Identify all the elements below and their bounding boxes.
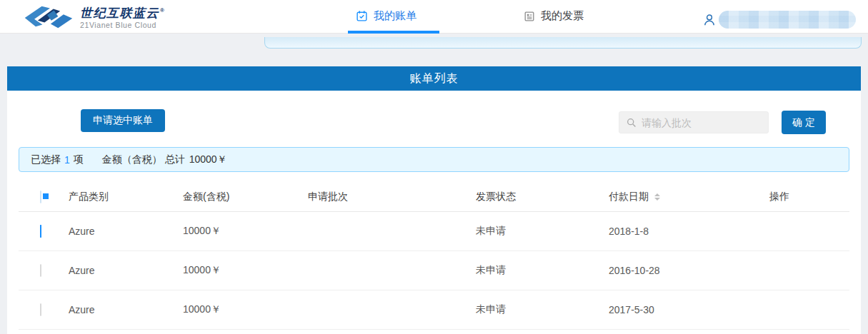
person-icon (703, 14, 716, 26)
bills-table: 产品类别 金额(含税) 申请批次 发票状态 付款日期 操作 Azure 1000… (19, 182, 849, 330)
tab-my-bills[interactable]: 我的账单 (356, 9, 416, 23)
cell-date: 2017-5-30 (594, 304, 755, 315)
row-checkbox[interactable] (40, 264, 41, 277)
col-header-date: 付款日期 (594, 191, 755, 203)
tab-my-invoices[interactable]: 我的发票 (524, 9, 584, 23)
truncated-notice-panel (264, 37, 862, 49)
col-header-product: 产品类别 (54, 191, 169, 203)
page-title: 账单列表 (410, 71, 459, 86)
bill-calendar-icon (356, 10, 368, 22)
cell-product: Azure (54, 265, 169, 276)
summary-unit: 项 (74, 153, 84, 166)
logo-text: 世纪互联蓝云® 21Vianet Blue Cloud (80, 4, 165, 29)
col-header-status: 发票状态 (462, 191, 594, 203)
section-title-bar: 账单列表 (7, 66, 861, 91)
cell-amount: 10000￥ (169, 225, 294, 238)
invoice-icon (524, 11, 535, 22)
logo-mark-icon (21, 3, 76, 30)
logo-en-text: 21Vianet Blue Cloud (80, 21, 165, 29)
company-logo: 世纪互联蓝云® 21Vianet Blue Cloud (21, 3, 165, 30)
top-navbar: 世纪互联蓝云® 21Vianet Blue Cloud 我的账单 我的发票 (0, 0, 868, 34)
search-icon (627, 118, 637, 128)
cell-status: 未申请 (462, 225, 594, 238)
row-checkbox[interactable] (40, 225, 41, 238)
batch-search-input[interactable] (642, 117, 756, 128)
active-tab-underline (348, 31, 439, 34)
summary-prefix: 已选择 (31, 153, 61, 166)
selected-count: 1 (64, 154, 70, 166)
selection-summary-bar: 已选择 1 项 金额（含税） 总计 10000￥ (19, 147, 849, 172)
billing-card: 申请选中账单 确 定 已选择 1 项 金额（含税） 总计 10000￥ 产品类别… (7, 91, 861, 334)
table-row: Azure 10000￥ 未申请 2018-1-8 (19, 212, 849, 251)
cell-status: 未申请 (462, 264, 594, 277)
summary-amount-label: 金额（含税） 总计 (102, 153, 185, 166)
cell-amount: 10000￥ (169, 303, 294, 316)
cell-product: Azure (54, 304, 169, 315)
sort-icon[interactable] (654, 193, 660, 201)
cell-date: 2016-10-28 (594, 265, 755, 276)
apply-selected-bills-button[interactable]: 申请选中账单 (81, 109, 165, 132)
row-checkbox[interactable] (40, 303, 41, 316)
cell-amount: 10000￥ (169, 264, 294, 277)
cell-product: Azure (54, 226, 169, 237)
table-row: Azure 10000￥ 未申请 2016-10-28 (19, 251, 849, 290)
col-header-amount: 金额(含税) (169, 191, 294, 203)
table-header-row: 产品类别 金额(含税) 申请批次 发票状态 付款日期 操作 (19, 182, 849, 212)
summary-amount-value: 10000￥ (189, 153, 227, 166)
cell-status: 未申请 (462, 303, 594, 316)
username-redacted (719, 11, 856, 29)
tab-my-invoices-label: 我的发票 (541, 9, 584, 23)
logo-registered-mark: ® (160, 7, 165, 14)
tab-my-bills-label: 我的账单 (374, 9, 416, 23)
col-header-batch: 申请批次 (294, 191, 462, 203)
cell-date: 2018-1-8 (594, 226, 755, 237)
col-header-action: 操作 (755, 191, 849, 203)
user-account[interactable] (703, 11, 856, 29)
logo-cn-text: 世纪互联蓝云 (80, 6, 159, 20)
select-all-checkbox[interactable] (40, 191, 41, 203)
table-row: Azure 10000￥ 未申请 2017-5-30 (19, 290, 849, 330)
col-header-date-label: 付款日期 (609, 191, 649, 203)
confirm-button[interactable]: 确 定 (782, 111, 826, 134)
billing-page: 世纪互联蓝云® 21Vianet Blue Cloud 我的账单 我的发票 (0, 0, 868, 334)
batch-search-box[interactable] (619, 111, 769, 133)
